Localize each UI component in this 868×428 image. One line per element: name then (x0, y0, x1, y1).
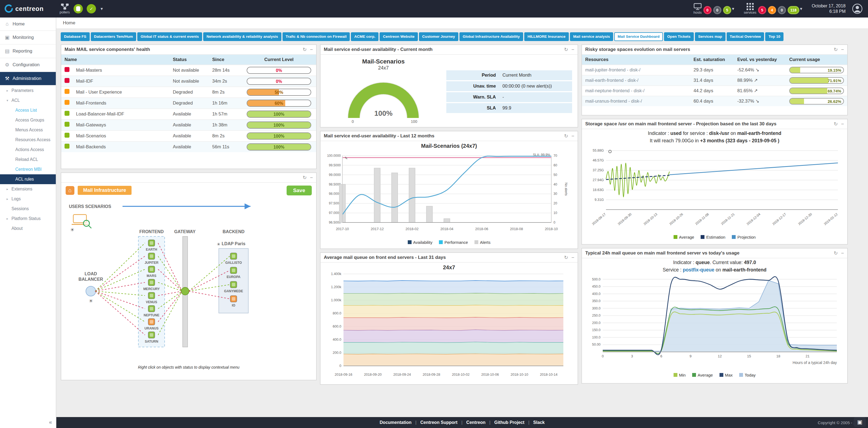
collapse-widget-icon[interactable]: − (841, 121, 844, 126)
infrastructure-diagram[interactable]: USERS SCENARIOS☀FRONTENDGATEWAYBACKENDLD… (61, 198, 308, 362)
sidebar-subitem-centreon-mbi[interactable]: Centreon MBI (0, 165, 56, 174)
services-chevron-icon[interactable]: ▼ (799, 6, 803, 11)
sidebar-item-administration[interactable]: ⚒Administration (0, 72, 56, 86)
sidebar-item-reporting[interactable]: ▤Reporting (0, 45, 56, 58)
sidebar-item-home[interactable]: ⌂Home (0, 18, 56, 31)
tab-customer-journey[interactable]: Customer Journey (419, 32, 458, 41)
sidebar-subitem-logs[interactable]: ▸Logs (0, 194, 56, 204)
collapse-widget-icon[interactable]: − (310, 175, 313, 180)
tab-global-it-status-current-events[interactable]: Global IT status & current events (137, 32, 202, 41)
tab-global-infrastructure-availability[interactable]: Global Infrastructure Availability (459, 32, 523, 41)
tab-mail-service-analysis[interactable]: Mail service analysis (570, 32, 613, 41)
status-counter-red[interactable]: 0 (703, 6, 712, 14)
sidebar-subitem-acl-rules[interactable]: ACL rules (0, 174, 56, 184)
collapse-widget-icon[interactable]: − (841, 47, 844, 52)
cell-resource: mail-neptune-frontend - disk-/ (582, 86, 690, 96)
centreon-logo[interactable]: centreon (0, 4, 56, 13)
refresh-icon[interactable]: ↻ (834, 47, 838, 52)
sidebar-subitem-about[interactable]: About (0, 224, 56, 233)
tab-mail-service-dashboard[interactable]: Mail Service Dashboard (614, 32, 662, 41)
status-counter-orange[interactable]: 4 (768, 6, 776, 14)
svg-text:EARTH: EARTH (146, 248, 157, 252)
risky-row-mail-uranus-frontend-disk[interactable]: mail-uranus-frontend - disk-/60.4 days-3… (582, 96, 847, 106)
risky-row-mail-earth-frontend-disk[interactable]: mail-earth-frontend - disk-/31.4 days88.… (582, 75, 847, 86)
collapse-widget-icon[interactable]: − (841, 251, 844, 256)
tab-services-map[interactable]: Services map (695, 32, 725, 41)
refresh-icon[interactable]: ↻ (564, 134, 568, 139)
refresh-icon[interactable]: ↻ (834, 251, 838, 256)
pollers-status[interactable]: pollers (60, 3, 70, 14)
health-row-mail-backends[interactable]: Mail-BackendsAvailable56m 11s100% (61, 141, 316, 152)
health-row-mail-gateways[interactable]: Mail-GatewaysAvailable1h 38m100% (61, 120, 316, 131)
user-menu[interactable] (852, 4, 863, 14)
footer-link-centreon-support[interactable]: Centreon Support (420, 420, 458, 425)
refresh-icon[interactable]: ↻ (303, 47, 307, 52)
tab-trafic-nb-connection-on-firewall[interactable]: Trafic & Nb connection on Firewall (282, 32, 350, 41)
services-status[interactable]: services (744, 3, 756, 15)
footer-link-slack[interactable]: Slack (533, 420, 545, 425)
pollers-chevron-icon[interactable]: ▼ (100, 6, 104, 11)
svg-text:VENUS: VENUS (146, 300, 157, 304)
sidebar-collapse[interactable]: « (49, 419, 52, 425)
tab-acme-corp[interactable]: ACME corp. (351, 32, 378, 41)
health-row-mail-user-experience[interactable]: Mail - User ExperienceDegraded8m 2s50% (61, 87, 316, 98)
chart-subtitle-2: It will reach 79.00Go in +3 months (323 … (582, 138, 847, 144)
sidebar-subitem-actions-access[interactable]: Actions Access (0, 145, 56, 154)
risky-row-mail-jupiter-frontend-disk[interactable]: mail-jupiter-frontend - disk-/29.3 days-… (582, 65, 847, 75)
breadcrumb[interactable]: Home (56, 18, 868, 29)
sidebar-subitem-extensions[interactable]: ▸Extensions (0, 184, 56, 194)
collapse-widget-icon[interactable]: − (310, 47, 313, 52)
refresh-icon[interactable]: ↻ (564, 255, 568, 260)
poller-ok-status-icon[interactable]: ✓ (87, 4, 96, 13)
sidebar-subitem-access-groups[interactable]: Access Groups (0, 115, 56, 125)
footer-link-centreon[interactable]: Centreon (466, 420, 486, 425)
sidebar-subitem-menus-access[interactable]: Menus Access (0, 125, 56, 135)
sidebar-subitem-sessions[interactable]: Sessions (0, 204, 56, 214)
tab-centreon-website[interactable]: Centreon Website (379, 32, 417, 41)
sidebar-item-monitoring[interactable]: ▣Monitoring (0, 31, 56, 45)
tab-open-tickets[interactable]: Open Tickets (664, 32, 694, 41)
sidebar-subitem-resources-access[interactable]: Resources Access (0, 135, 56, 145)
layout-widget-icon[interactable]: ▣ (854, 417, 866, 427)
status-counter-green[interactable]: 5 (723, 6, 731, 14)
refresh-icon[interactable]: ↻ (564, 47, 568, 52)
risky-row-mail-neptune-frontend-disk[interactable]: mail-neptune-frontend - disk-/44.2 days8… (582, 86, 847, 96)
health-row-load-balancer-mail-idf[interactable]: Load-Balancer-Mail-IDFAvailable1h 57m100… (61, 109, 316, 120)
collapse-widget-icon[interactable]: − (571, 134, 574, 139)
collapse-widget-icon[interactable]: − (571, 255, 574, 260)
tab-datacenters-tem-hum[interactable]: Datacenters Tem/Hum (91, 32, 136, 41)
hosts-chevron-icon[interactable]: ▼ (731, 6, 735, 11)
status-counter-green[interactable]: 118 (787, 6, 799, 14)
footer-link-documentation[interactable]: Documentation (379, 420, 411, 425)
hosts-status[interactable]: hosts (693, 3, 702, 15)
tab-network-availability-reliability-analysis[interactable]: Network availability & reliability analy… (203, 32, 281, 41)
sidebar-subitem-reload-acl[interactable]: Reload ACL (0, 154, 56, 165)
tab-tactical-overview[interactable]: Tactical Overview (726, 32, 764, 41)
health-row-mail-masters[interactable]: Mail-MastersNot available28m 14s0% (61, 65, 316, 76)
status-counter-gray[interactable]: 0 (713, 6, 721, 14)
footer-separator: | (528, 420, 529, 425)
collapse-widget-icon[interactable]: − (571, 47, 574, 52)
sidebar-subitem-parameters[interactable]: ▸Parameters (0, 86, 56, 95)
tab-top-10[interactable]: Top 10 (765, 32, 783, 41)
status-counter-red[interactable]: 5 (758, 6, 766, 14)
refresh-icon[interactable]: ↻ (303, 175, 307, 180)
sidebar-item-configuration[interactable]: ⚙Configuration (0, 58, 56, 72)
svg-text:12: 12 (718, 354, 722, 358)
health-row-mail-frontends[interactable]: Mail-FrontendsDegraded1h 16m60% (61, 98, 316, 109)
status-counter-gray[interactable]: 0 (778, 6, 786, 14)
sidebar-subitem-access-list[interactable]: Access List (0, 105, 56, 115)
health-row-mail-idf[interactable]: Mail-IDFNot available34m 2s0% (61, 76, 316, 87)
sidebar-subitem-acl[interactable]: ▾ACL (0, 95, 56, 105)
tab-database-fs[interactable]: Database FS (61, 32, 90, 41)
home-icon[interactable]: ⌂ (66, 186, 74, 195)
cell-level: 100% (242, 120, 316, 131)
column-header-current-level: Current Level (242, 55, 316, 65)
footer-link-github-project[interactable]: Github Project (494, 420, 524, 425)
tab-hillmore-insurance[interactable]: HILLMORE Insurance (524, 32, 569, 41)
save-button[interactable]: Save (287, 186, 312, 195)
sidebar-subitem-platform-status[interactable]: ▸Platform Status (0, 214, 56, 224)
poller-database-status-icon[interactable] (73, 4, 83, 13)
refresh-icon[interactable]: ↻ (834, 121, 838, 126)
health-row-mail-scenarios[interactable]: Mail-ScenariosAvailable8m 2s100% (61, 131, 316, 141)
